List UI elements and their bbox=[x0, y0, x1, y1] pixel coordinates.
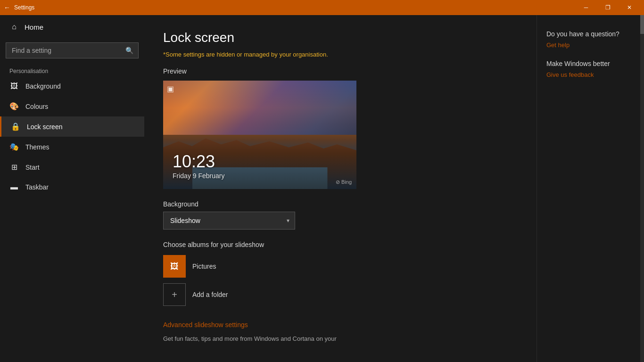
sidebar-home-label: Home bbox=[25, 23, 43, 31]
sidebar-item-lock-screen[interactable]: 🔒 Lock screen bbox=[0, 116, 144, 137]
preview-time: 10:23 bbox=[173, 153, 347, 170]
background-dropdown-wrapper: Windows spotlight Picture Slideshow bbox=[163, 212, 295, 230]
background-icon: 🖼 bbox=[9, 82, 19, 90]
back-icon: ← bbox=[4, 4, 10, 11]
sidebar-item-start-label: Start bbox=[25, 164, 40, 171]
preview-image: ▣ 10:23 Friday 9 February ⊘ Bing bbox=[163, 81, 356, 189]
preview-overlay: ▣ 10:23 Friday 9 February bbox=[163, 81, 356, 189]
sidebar-item-home[interactable]: ⌂ Home bbox=[0, 15, 144, 39]
page-title: Lock screen bbox=[163, 30, 518, 45]
main-content: ⌂ Home 🔍 Personalisation 🖼 Background 🎨 … bbox=[0, 15, 644, 362]
add-folder-item[interactable]: + Add a folder bbox=[163, 283, 518, 306]
minimize-icon: ─ bbox=[584, 4, 588, 11]
help-question: Do you have a question? bbox=[546, 30, 631, 38]
search-box: 🔍 bbox=[6, 42, 139, 58]
lock-screen-preview: ▣ 10:23 Friday 9 February ⊘ Bing bbox=[163, 81, 356, 189]
window-controls: ─ ❐ ✕ bbox=[575, 0, 640, 15]
preview-monitor-icon: ▣ bbox=[167, 84, 174, 93]
add-folder-thumb: + bbox=[163, 283, 186, 306]
search-container: 🔍 bbox=[0, 39, 144, 64]
content-area: Lock screen *Some settings are hidden or… bbox=[144, 15, 537, 362]
app-title: Settings bbox=[14, 4, 575, 11]
background-select[interactable]: Windows spotlight Picture Slideshow bbox=[163, 212, 295, 230]
bottom-text: Get fun facts, tips and more from Window… bbox=[163, 334, 518, 344]
right-panel: Lock screen *Some settings are hidden or… bbox=[144, 15, 644, 362]
sidebar-item-background[interactable]: 🖼 Background bbox=[0, 76, 144, 96]
sidebar-item-taskbar-label: Taskbar bbox=[25, 183, 49, 191]
sidebar-item-taskbar[interactable]: ▬ Taskbar bbox=[0, 177, 144, 197]
minimize-button[interactable]: ─ bbox=[575, 0, 597, 15]
search-input[interactable] bbox=[6, 43, 121, 58]
sidebar-item-themes[interactable]: 🎭 Themes bbox=[0, 137, 144, 157]
advanced-slideshow-link[interactable]: Advanced slideshow settings bbox=[163, 321, 248, 329]
bing-watermark: ⊘ Bing bbox=[336, 179, 352, 185]
themes-icon: 🎭 bbox=[9, 142, 19, 151]
help-panel: Do you have a question? Get help Make Wi… bbox=[537, 15, 640, 362]
close-button[interactable]: ✕ bbox=[619, 0, 640, 15]
preview-date: Friday 9 February bbox=[173, 172, 347, 180]
close-icon: ✕ bbox=[627, 4, 632, 11]
pictures-icon: 🖼 bbox=[170, 262, 179, 272]
sidebar-item-lock-screen-label: Lock screen bbox=[27, 123, 62, 131]
taskbar-icon: ▬ bbox=[9, 183, 19, 191]
add-folder-label: Add a folder bbox=[192, 291, 228, 298]
start-icon: ⊞ bbox=[9, 163, 19, 172]
search-button[interactable]: 🔍 bbox=[121, 43, 138, 58]
give-feedback-link[interactable]: Give us feedback bbox=[546, 71, 631, 78]
back-button[interactable]: ← bbox=[4, 4, 10, 11]
help-improve: Make Windows better bbox=[546, 60, 631, 67]
background-label: Background bbox=[163, 200, 518, 208]
sidebar-item-colours[interactable]: 🎨 Colours bbox=[0, 96, 144, 116]
sidebar-item-themes-label: Themes bbox=[25, 143, 50, 151]
sidebar-item-background-label: Background bbox=[25, 82, 61, 90]
scrollbar-track[interactable] bbox=[640, 15, 644, 362]
org-notice: *Some settings are hidden or managed by … bbox=[163, 51, 518, 58]
add-folder-plus-icon: + bbox=[172, 289, 177, 300]
sidebar-item-start[interactable]: ⊞ Start bbox=[0, 157, 144, 177]
sidebar: ⌂ Home 🔍 Personalisation 🖼 Background 🎨 … bbox=[0, 15, 144, 362]
scrollbar-thumb[interactable] bbox=[640, 15, 644, 34]
sidebar-item-colours-label: Colours bbox=[25, 103, 48, 110]
get-help-link[interactable]: Get help bbox=[546, 41, 631, 49]
colours-icon: 🎨 bbox=[9, 102, 19, 111]
lock-screen-icon: 🔒 bbox=[11, 122, 20, 131]
titlebar: ← Settings ─ ❐ ✕ bbox=[0, 0, 644, 15]
preview-label: Preview bbox=[163, 67, 518, 75]
restore-icon: ❐ bbox=[605, 4, 611, 11]
album-name-pictures: Pictures bbox=[192, 263, 216, 270]
albums-label: Choose albums for your slideshow bbox=[163, 241, 518, 248]
home-icon: ⌂ bbox=[9, 23, 19, 31]
album-item-pictures[interactable]: 🖼 Pictures bbox=[163, 255, 518, 278]
album-thumb-pictures: 🖼 bbox=[163, 255, 186, 278]
restore-button[interactable]: ❐ bbox=[597, 0, 619, 15]
sidebar-section-label: Personalisation bbox=[0, 64, 144, 76]
